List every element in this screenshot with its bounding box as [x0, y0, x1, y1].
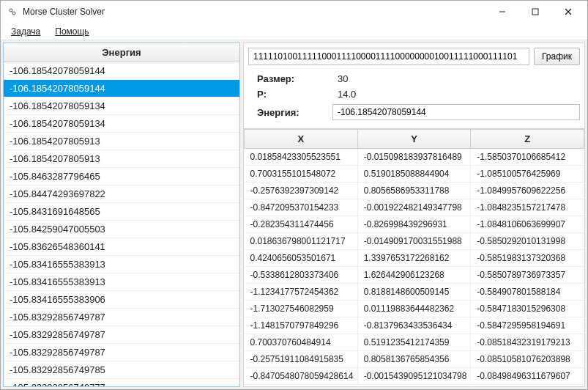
table-cell: -0.014909170031551988 [357, 233, 471, 250]
table-cell: -1.0848235157217478 [471, 199, 584, 216]
table-cell: -0.015098183937816489 [357, 149, 471, 166]
list-item[interactable]: -106.18542078059144 [4, 62, 239, 80]
table-cell: 0.01858423305523551 [245, 149, 358, 166]
energy-list-header: Энергия [4, 43, 239, 62]
table-cell: -1.085100576425969 [471, 166, 584, 183]
table-cell: -0.8137963433536434 [357, 317, 471, 334]
p-value: 14.0 [338, 89, 356, 100]
table-row[interactable]: 0.7003707604849140.5191235412174359-0.08… [245, 334, 584, 351]
coordinates-table: X Y Z 0.01858423305523551-0.015098183937… [244, 129, 584, 385]
table-cell: 0.4240656053501671 [245, 250, 358, 267]
menu-task[interactable]: Задача [7, 25, 45, 38]
table-row[interactable]: 0.70031551015480720.5190185088844904-1.0… [245, 166, 584, 183]
window-title: Morse Cluster Solver [23, 7, 485, 17]
table-cell: -0.08510581076203898 [471, 351, 584, 368]
menubar: Задача Помощь [1, 23, 587, 40]
energy-input[interactable] [332, 104, 580, 120]
table-row[interactable]: -0.282354311474456-0.826998439296931-1.0… [245, 216, 584, 233]
table-row[interactable]: 0.018636798001121717-0.01490917003155198… [245, 233, 584, 250]
table-row[interactable]: 0.42406560535016711.3397653172268162-0.5… [245, 250, 584, 267]
table-cell: 0.5191235412174359 [357, 334, 471, 351]
table-row[interactable]: -0.2575191108491­58350.8058136765854356-… [245, 351, 584, 368]
app-window: Morse Cluster Solver Задача Помощь Энерг… [0, 0, 588, 390]
table-cell: -1.0849957609622256 [471, 183, 584, 199]
svg-point-1 [12, 12, 15, 15]
svg-line-2 [12, 11, 12, 12]
coordinates-table-wrap[interactable]: X Y Z 0.01858423305523551-0.015098183937… [244, 128, 584, 386]
svg-rect-4 [532, 9, 538, 15]
list-item[interactable]: -105.83292856749785 [4, 361, 239, 379]
table-cell: -1.1481570797849296 [245, 317, 358, 334]
table-cell: 0.5190185088844904 [357, 166, 471, 183]
table-row[interactable]: -0.53386128033734061.626442906123268-0.5… [245, 267, 584, 284]
table-cell: -1.7130275460829­59 [245, 301, 358, 317]
table-cell: -0.8472095370154233 [245, 199, 358, 216]
list-item[interactable]: -106.18542078059144 [4, 80, 239, 98]
list-item[interactable]: -105.83416555383913 [4, 256, 239, 273]
table-cell: -1.1234177572454362 [245, 284, 358, 301]
energy-label: Энергия: [257, 107, 332, 118]
table-cell: 0.8058136765854356 [357, 351, 471, 368]
content-area: Энергия -106.18542078059144-106.18542078… [1, 40, 587, 389]
table-row[interactable]: -1.1481570797849296-0.8137963433536434-0… [245, 317, 584, 334]
p-label: P: [257, 89, 338, 100]
size-label: Размер: [257, 73, 338, 84]
minimize-button[interactable] [485, 1, 518, 23]
table-row[interactable]: 0.01858423305523551-0.015098183937816489… [245, 149, 584, 166]
table-cell: 0.7003155101548072 [245, 166, 358, 183]
titlebar: Morse Cluster Solver [1, 1, 587, 23]
table-cell: 1.3397653172268162 [357, 250, 471, 267]
table-cell: -0.001922482149347798 [357, 199, 471, 216]
table-row[interactable]: -0.25763923973091420.8056586953311788-1.… [245, 183, 584, 199]
table-cell: -0.5847295958194691 [471, 317, 584, 334]
list-item[interactable]: -105.84259047005503 [4, 221, 239, 238]
menu-help[interactable]: Помощь [51, 25, 93, 38]
list-item[interactable]: -105.83292856749777 [4, 379, 239, 386]
table-cell: -0.5338612803373406 [245, 267, 358, 284]
list-item[interactable]: -105.83416555383913 [4, 273, 239, 291]
info-block: Размер: 30 P: 14.0 Энергия: [244, 70, 584, 128]
col-z[interactable]: Z [471, 130, 584, 149]
table-cell: -0.2576392397309142 [245, 183, 358, 199]
list-item[interactable]: -105.8463287796465 [4, 168, 239, 185]
table-cell: 0.700370760484914 [245, 334, 358, 351]
table-cell: 1.626442906123268 [357, 267, 471, 284]
table-row[interactable]: -0.8472095370154233-0.001922482149347798… [245, 199, 584, 216]
table-row[interactable]: -0.8470548078059428614-0.001543909512103… [245, 368, 584, 385]
maximize-button[interactable] [518, 1, 551, 23]
table-cell: -0.5850789736973357 [471, 267, 584, 284]
list-item[interactable]: -105.83416555383906 [4, 291, 239, 309]
table-cell: -1.0848106063699907 [471, 216, 584, 233]
list-item[interactable]: -105.83626548360141 [4, 238, 239, 256]
close-button[interactable] [551, 1, 584, 23]
table-cell: 0.018636798001121717 [245, 233, 358, 250]
size-value: 30 [338, 73, 348, 84]
window-controls [485, 1, 584, 23]
table-cell: -0.08518432319179213 [471, 334, 584, 351]
list-item[interactable]: -106.1854207805913 [4, 133, 239, 150]
col-y[interactable]: Y [357, 130, 471, 149]
list-item[interactable]: -106.1854207805913 [4, 150, 239, 168]
list-item[interactable]: -106.18542078059134 [4, 98, 239, 115]
list-item[interactable]: -105.83292856749787 [4, 344, 239, 361]
list-item[interactable]: -106.18542078059134 [4, 115, 239, 133]
table-cell: -0.282354311474456 [245, 216, 358, 233]
table-row[interactable]: -1.7130275460829­590.011198836444­82362-… [245, 301, 584, 317]
table-cell: 0.011198836444­82362 [357, 301, 471, 317]
binary-input[interactable] [248, 48, 529, 65]
graph-button[interactable]: График [534, 48, 580, 65]
table-cell: -0.584907801588184 [471, 284, 584, 301]
top-controls: График [244, 43, 584, 70]
table-cell: -0.826998439296931 [357, 216, 471, 233]
energy-list[interactable]: -106.18542078059144-106.18542078059144-1… [4, 62, 239, 386]
app-icon [7, 6, 18, 18]
list-item[interactable]: -105.8431691648565 [4, 203, 239, 221]
table-row[interactable]: -1.12341775724543620.8188148600509145-0.… [245, 284, 584, 301]
list-item[interactable]: -105.83292856749787 [4, 326, 239, 344]
table-cell: -0.08498496311679607 [471, 368, 584, 385]
list-item[interactable]: -105.84474293697822 [4, 185, 239, 203]
table-cell: -0.585029201013­1998 [471, 233, 584, 250]
list-item[interactable]: -105.83292856749787 [4, 309, 239, 326]
col-x[interactable]: X [245, 130, 358, 149]
table-cell: 0.8056586953311788 [357, 183, 471, 199]
